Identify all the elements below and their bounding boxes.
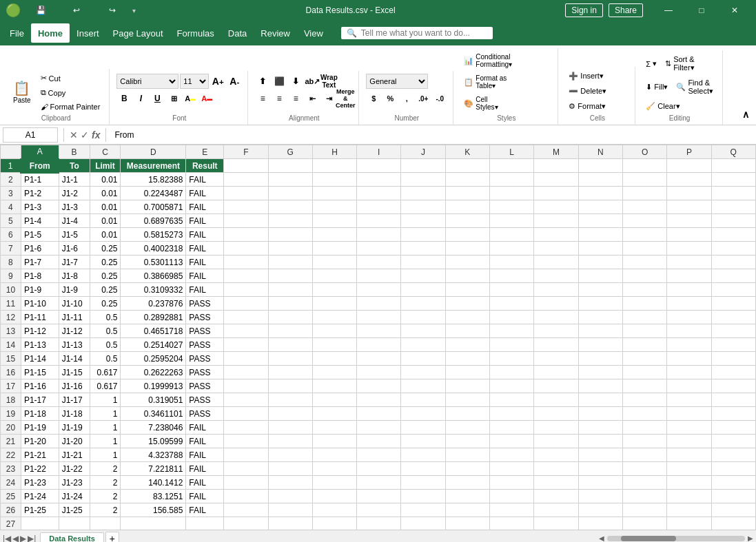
- cell-B23[interactable]: J1-22: [59, 462, 90, 476]
- cell-H4[interactable]: [312, 200, 356, 214]
- cell-F21[interactable]: [224, 435, 268, 448]
- cell-L21[interactable]: [489, 435, 533, 448]
- cell-N8[interactable]: [578, 256, 622, 269]
- cell-A24[interactable]: P1-23: [21, 476, 59, 490]
- cell-P10[interactable]: [667, 283, 711, 297]
- cell-O5[interactable]: [622, 214, 666, 228]
- cell-C20[interactable]: 1: [90, 421, 121, 435]
- cell-L13[interactable]: [489, 324, 533, 338]
- cell-E4[interactable]: FAIL: [186, 200, 224, 214]
- cell-G1[interactable]: [268, 159, 312, 173]
- cell-F24[interactable]: [224, 476, 268, 490]
- format-cells-btn[interactable]: ⚙Format▾: [565, 100, 629, 113]
- cell-P3[interactable]: [667, 187, 711, 200]
- cell-K9[interactable]: [445, 269, 489, 283]
- cell-B9[interactable]: J1-8: [59, 269, 90, 283]
- format-as-table-btn[interactable]: 📋 Format asTable▾: [460, 72, 552, 92]
- cell-B6[interactable]: J1-5: [59, 228, 90, 242]
- cell-C15[interactable]: 0.5: [90, 352, 121, 366]
- menu-insert[interactable]: Insert: [70, 23, 106, 43]
- cell-M6[interactable]: [534, 228, 578, 242]
- cell-F10[interactable]: [224, 283, 268, 297]
- cell-D20[interactable]: 7.238046: [121, 421, 186, 435]
- cell-N17[interactable]: [578, 379, 622, 393]
- cell-empty-27-11[interactable]: [489, 517, 533, 530]
- cell-D16[interactable]: 0.2622263: [121, 366, 186, 379]
- cell-empty-27-1[interactable]: [59, 517, 90, 530]
- minimize-button[interactable]: —: [653, 0, 684, 21]
- cell-A26[interactable]: P1-25: [21, 503, 59, 517]
- cell-D21[interactable]: 15.09599: [121, 435, 186, 448]
- cell-Q6[interactable]: [711, 228, 755, 242]
- col-header-B[interactable]: B: [59, 145, 90, 159]
- cell-I10[interactable]: [357, 283, 401, 297]
- cell-J16[interactable]: [401, 366, 445, 379]
- increase-font-btn[interactable]: A+: [210, 74, 225, 89]
- cell-P19[interactable]: [667, 407, 711, 421]
- cell-G6[interactable]: [268, 228, 312, 242]
- cell-B5[interactable]: J1-4: [59, 214, 90, 228]
- ribbon-collapse-btn[interactable]: ∧: [738, 107, 753, 122]
- cell-F6[interactable]: [224, 228, 268, 242]
- quick-redo-btn[interactable]: ↪: [96, 0, 128, 21]
- cell-empty-27-12[interactable]: [534, 517, 578, 530]
- merge-center-btn[interactable]: Merge &Center: [338, 91, 353, 106]
- col-header-K[interactable]: K: [445, 145, 489, 159]
- cell-D24[interactable]: 140.1412: [121, 476, 186, 490]
- cell-D3[interactable]: 0.2243487: [121, 187, 186, 200]
- cell-E20[interactable]: FAIL: [186, 421, 224, 435]
- cell-empty-27-9[interactable]: [401, 517, 445, 530]
- cell-K6[interactable]: [445, 228, 489, 242]
- cell-empty-27-2[interactable]: [90, 517, 121, 530]
- cell-M19[interactable]: [534, 407, 578, 421]
- cell-M17[interactable]: [534, 379, 578, 393]
- sheet-nav-last[interactable]: ▶|: [28, 534, 36, 543]
- cell-B26[interactable]: J1-25: [59, 503, 90, 517]
- cell-L24[interactable]: [489, 476, 533, 490]
- scroll-right-icon[interactable]: ▶: [748, 534, 753, 542]
- cell-G3[interactable]: [268, 187, 312, 200]
- cell-F15[interactable]: [224, 352, 268, 366]
- cell-A6[interactable]: P1-5: [21, 228, 59, 242]
- cell-M14[interactable]: [534, 338, 578, 352]
- cell-P24[interactable]: [667, 476, 711, 490]
- cell-empty-27-5[interactable]: [224, 517, 268, 530]
- cell-E7[interactable]: FAIL: [186, 242, 224, 256]
- cell-N11[interactable]: [578, 297, 622, 311]
- cell-B10[interactable]: J1-9: [59, 283, 90, 297]
- cell-C19[interactable]: 1: [90, 407, 121, 421]
- cell-E21[interactable]: FAIL: [186, 435, 224, 448]
- cell-C17[interactable]: 0.617: [90, 379, 121, 393]
- cell-D4[interactable]: 0.7005871: [121, 200, 186, 214]
- cell-I3[interactable]: [357, 187, 401, 200]
- sign-in-button[interactable]: Sign in: [565, 3, 603, 17]
- cell-E24[interactable]: FAIL: [186, 476, 224, 490]
- conditional-formatting-btn[interactable]: 📊 ConditionalFormatting▾: [460, 51, 552, 70]
- confirm-formula-icon[interactable]: ✓: [81, 129, 89, 140]
- cell-G26[interactable]: [268, 503, 312, 517]
- cell-L3[interactable]: [489, 187, 533, 200]
- cell-L5[interactable]: [489, 214, 533, 228]
- cell-Q11[interactable]: [711, 297, 755, 311]
- cell-B3[interactable]: J1-2: [59, 187, 90, 200]
- cell-J14[interactable]: [401, 338, 445, 352]
- cell-empty-27-16[interactable]: [711, 517, 755, 530]
- cell-J10[interactable]: [401, 283, 445, 297]
- cell-D23[interactable]: 7.221811: [121, 462, 186, 476]
- cell-empty-27-3[interactable]: [121, 517, 186, 530]
- cell-P2[interactable]: [667, 173, 711, 187]
- cell-N1[interactable]: [578, 159, 622, 173]
- cell-G21[interactable]: [268, 435, 312, 448]
- cell-P11[interactable]: [667, 297, 711, 311]
- cell-A3[interactable]: P1-2: [21, 187, 59, 200]
- cell-N5[interactable]: [578, 214, 622, 228]
- cell-A9[interactable]: P1-8: [21, 269, 59, 283]
- italic-button[interactable]: I: [133, 91, 148, 106]
- cell-J2[interactable]: [401, 173, 445, 187]
- cell-empty-27-10[interactable]: [445, 517, 489, 530]
- cell-L26[interactable]: [489, 503, 533, 517]
- cell-Q10[interactable]: [711, 283, 755, 297]
- col-header-A[interactable]: A: [21, 145, 59, 159]
- cell-P5[interactable]: [667, 214, 711, 228]
- cell-N14[interactable]: [578, 338, 622, 352]
